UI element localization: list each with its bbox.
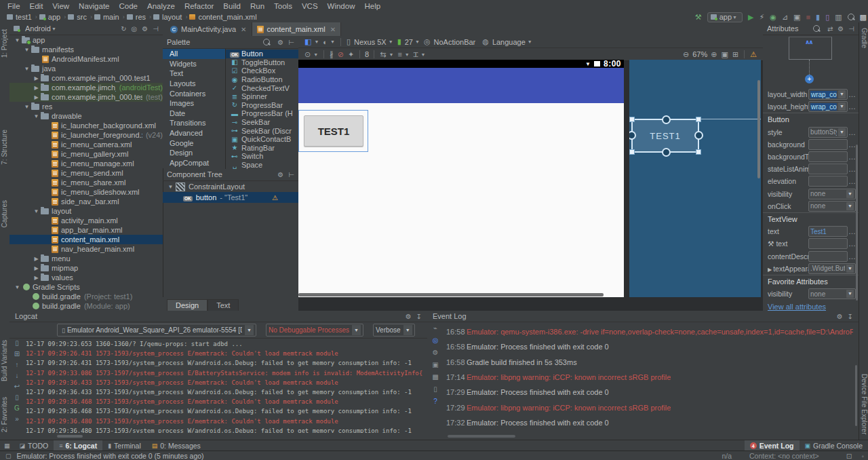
clear-icon[interactable]: ▯ [15, 394, 19, 404]
resize-handle[interactable] [696, 117, 701, 122]
menu-edit[interactable]: Edit [25, 2, 48, 10]
run-config-select[interactable]: app▼ [707, 12, 743, 22]
zoom-in-icon[interactable]: ⊕ [711, 50, 717, 59]
menu-code[interactable]: Code [114, 2, 142, 10]
expander-icon[interactable]: ▼ [14, 37, 21, 43]
design-mode-icon[interactable]: ◧ [304, 37, 311, 46]
scroll-up-icon[interactable]: ↑ [16, 361, 19, 372]
tree-item-xml[interactable]: side_nav_bar.xml [9, 197, 163, 206]
menu-file[interactable]: File [3, 2, 25, 10]
status-message[interactable]: Emulator: Process finished with exit cod… [17, 452, 204, 460]
constraint-anchor-top[interactable] [662, 115, 671, 124]
zoom-out-icon[interactable]: ⊖ [683, 50, 689, 59]
tree-item-xml[interactable]: ic_menu_manage.xml [9, 159, 163, 168]
sync-icon[interactable]: ↻ [121, 25, 126, 33]
tree-item-res[interactable]: ▼res [9, 102, 163, 111]
tree-item-xml[interactable]: ic_menu_send.xml [9, 168, 163, 178]
style-combo[interactable]: buttonStyle▼ [808, 127, 848, 138]
hide-panel-icon[interactable]: ↧ [848, 313, 853, 320]
locate-icon[interactable]: ◎ [132, 25, 138, 33]
tab-mainactivity[interactable]: C MainActivity.java ✕ [165, 22, 252, 36]
project-view-selector[interactable]: Android [25, 24, 51, 33]
tree-item-xml[interactable]: activity_main.xml [9, 216, 163, 225]
search-everywhere-icon[interactable] [848, 14, 854, 20]
expander-icon[interactable]: ▼ [14, 284, 21, 290]
component-ratingbar[interactable]: ★RatingBar [226, 144, 298, 153]
tree-item-layout[interactable]: ▼layout [9, 206, 163, 216]
breadcrumb-src[interactable]: src [77, 13, 87, 21]
tool-button-terminal[interactable]: ▮Terminal [102, 440, 146, 451]
more-button[interactable]: … [848, 153, 856, 161]
menu-vcs[interactable]: VCS [297, 2, 323, 10]
device-selector[interactable]: ▯ Emulator Android_Wear_Square_API_26 em… [57, 324, 256, 337]
component-button[interactable]: OKButton [226, 50, 298, 58]
console-settings-icon[interactable]: ⊞ [14, 350, 20, 361]
debug-icon[interactable]: ◉ [770, 13, 776, 22]
breadcrumb-res[interactable]: res [136, 13, 146, 21]
category-text[interactable]: Text [163, 69, 225, 79]
contentdescription-field[interactable] [808, 251, 848, 262]
device-select[interactable]: Nexus 5X [354, 38, 387, 46]
gear-icon[interactable]: ⚙ [142, 25, 148, 33]
gear-icon[interactable]: ⚙ [277, 171, 283, 178]
menu-analyze[interactable]: Analyze [142, 2, 180, 10]
tree-item-androidmanifest[interactable]: AndroidManifest.xml [9, 54, 163, 64]
favorite-visibility-combo[interactable]: none▼ [808, 288, 856, 299]
split-panel-icon[interactable]: ⊢ [288, 39, 294, 46]
avd-manager-icon[interactable]: ▮ [816, 13, 820, 22]
settings-icon[interactable]: ⚙ [433, 349, 439, 361]
tree-item-build-gradle-project[interactable]: build.gradle(Project: test1) [9, 292, 163, 301]
tree-item-xml[interactable]: ic_menu_share.xml [9, 178, 163, 187]
more-button[interactable]: … [848, 140, 856, 149]
tree-item-gradle-scripts[interactable]: ▼Gradle Scripts [9, 282, 163, 292]
expander-icon[interactable]: ▼ [167, 184, 174, 190]
tree-item-menu[interactable]: ▶menu [9, 254, 163, 263]
tree-item-build-gradle-module[interactable]: build.gradle(Module: app) [9, 301, 163, 311]
menu-view[interactable]: View [47, 2, 74, 10]
menu-build[interactable]: Build [218, 2, 245, 10]
category-google[interactable]: Google [163, 138, 225, 148]
tool-button-messages[interactable]: ▤0: Messages [146, 440, 206, 451]
resize-handle[interactable] [696, 149, 701, 155]
tool-window-switcher-icon[interactable]: ▦ [4, 442, 10, 449]
expander-icon[interactable]: ▶ [33, 75, 40, 81]
sdk-manager-icon[interactable]: ▯ [825, 13, 829, 22]
textappearance-combo[interactable]: .Widget.Button▼ [808, 263, 856, 274]
warnings-icon[interactable]: ⚠ [750, 50, 757, 59]
blueprint-vertical-scrollbar[interactable] [757, 80, 760, 178]
expander-icon[interactable]: ▼ [33, 113, 40, 119]
pack-icon[interactable]: ⇆ [380, 50, 386, 59]
tool-tab-favorites[interactable]: 2: Favorites [1, 397, 8, 432]
tool-button-todo[interactable]: ◪TODO [14, 440, 54, 451]
more-button[interactable]: … [848, 227, 856, 235]
blueprint-button[interactable]: TEST1 [631, 119, 699, 153]
component-quickcontactbadge[interactable]: ▣QuickContactB [226, 135, 298, 144]
event-log-horizontal-scrollbar[interactable] [448, 435, 515, 438]
expand-icon[interactable]: » [15, 415, 19, 426]
language-select[interactable]: Language [492, 38, 526, 46]
trash-icon[interactable]: ▯ [15, 339, 19, 350]
statelistanimator-field[interactable] [808, 164, 848, 174]
default-margin-value[interactable]: 8 [365, 50, 369, 58]
tree-item-xml[interactable]: app_bar_main.xml [9, 225, 163, 235]
filter-icon[interactable]: ⌁ [433, 324, 437, 337]
tree-item-app[interactable]: ▼app [9, 35, 163, 45]
logcat-output[interactable]: 12-17 09:29:23.653 1360-1360/? I/qemu-pr… [26, 339, 425, 433]
tree-item-package-test[interactable]: ▶com.example.jimch_000.test1(test) [9, 92, 163, 102]
add-constraint-icon[interactable]: + [805, 75, 814, 83]
coverage-icon[interactable]: ▣ [793, 13, 800, 22]
zoom-fit-icon[interactable]: ▣ [722, 50, 728, 59]
tab-text[interactable]: Text [208, 299, 239, 311]
breadcrumb-app[interactable]: app [48, 13, 60, 21]
swap-view-icon[interactable]: ⇄ [827, 25, 833, 33]
category-all[interactable]: All [163, 49, 225, 59]
more-button[interactable]: … [848, 102, 856, 111]
orientation-icon[interactable]: ◐ [323, 38, 328, 46]
tree-item-xml[interactable]: ic_menu_slideshow.xml [9, 187, 163, 197]
canvas-horizontal-scrollbar[interactable] [298, 293, 604, 296]
gear-icon[interactable]: ⚙ [406, 313, 412, 320]
preview-button[interactable]: TEST1 [304, 115, 363, 147]
tools-text-field[interactable] [808, 238, 848, 249]
tab-design[interactable]: Design [167, 299, 208, 311]
device-screen-preview[interactable]: ▼ 8:00 TEST1 [298, 60, 624, 297]
